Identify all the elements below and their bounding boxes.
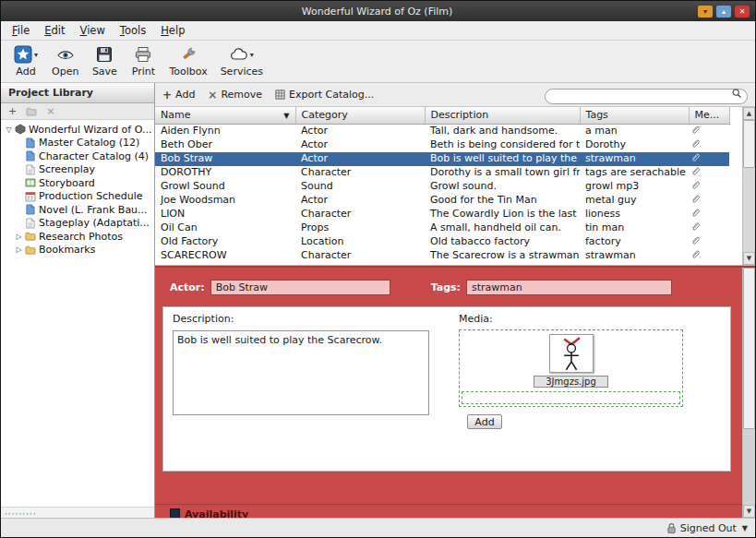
detail-scroll-thumb[interactable] — [743, 268, 755, 429]
toolbar-toolbox-button[interactable]: Toolbox — [166, 43, 210, 78]
dropdown-caret-icon[interactable]: ▾ — [34, 51, 38, 59]
column-header-tags[interactable]: Tags — [580, 107, 689, 124]
tree-item-research-photos[interactable]: ▷Research Photos — [1, 230, 154, 244]
description-cell: Beth is being considered for th... — [425, 138, 580, 152]
menu-help[interactable]: Help — [153, 22, 192, 39]
export-catalog-button[interactable]: Export Catalog... — [275, 89, 374, 101]
tree-item-novel-l-frank-bau[interactable]: Novel (L. Frank Bau... — [1, 203, 154, 217]
media-cell — [689, 194, 729, 208]
description-textarea[interactable]: Bob is well suited to play the Scarecrow… — [173, 330, 429, 415]
media-filename-chip[interactable]: 3Jmgzs.jpg — [534, 376, 608, 388]
table-row-aiden-flynn[interactable]: Aiden FlynnActorTall, dark and handsome.… — [155, 124, 729, 138]
tree-add-button[interactable]: + — [8, 104, 17, 119]
tree-item-screenplay[interactable]: Screenplay — [1, 163, 154, 177]
add-star-icon — [14, 45, 32, 64]
tree-folder-button[interactable] — [26, 107, 37, 116]
dropdown-caret-icon[interactable]: ▾ — [250, 51, 254, 59]
catalog-remove-button[interactable]: × Remove — [208, 89, 262, 102]
search-icon[interactable] — [731, 88, 742, 99]
toolbar-save-button[interactable]: Save — [89, 43, 120, 78]
signin-status-button[interactable]: Signed Out ▼ — [666, 522, 748, 534]
column-header-me[interactable]: Me... — [689, 107, 729, 124]
media-dropzone[interactable]: 3Jmgzs.jpg — [459, 329, 683, 407]
menu-file[interactable]: File — [5, 22, 37, 39]
catalog-add-button[interactable]: + Add — [162, 89, 195, 102]
menu-tools[interactable]: Tools — [113, 22, 153, 39]
column-header-category[interactable]: Category — [295, 107, 425, 124]
category-cell: Props — [295, 221, 425, 235]
tree-item-character-catalog-4[interactable]: Character Catalog (4) — [1, 149, 154, 163]
media-dropzone-empty[interactable] — [462, 391, 680, 404]
table-row-joe-woodsman[interactable]: Joe WoodsmanActorGood for the Tin Manmet… — [155, 194, 729, 208]
tree-item-storyboard[interactable]: Storyboard — [1, 176, 154, 190]
name-cell: Bob Straw — [155, 152, 295, 166]
name-cell: Joe Woodsman — [155, 194, 295, 208]
project-icon — [14, 124, 26, 135]
table-row-oil-can[interactable]: Oil CanPropsA small, handheld oil can.ti… — [155, 221, 729, 235]
close-button[interactable]: ✕ — [735, 6, 750, 18]
table-row-beth-ober[interactable]: Beth OberActorBeth is being considered f… — [155, 138, 729, 152]
table-row-growl-sound[interactable]: Growl SoundSoundGrowl sound.growl mp3 — [155, 180, 729, 194]
table-row-dorothy[interactable]: DOROTHYCharacterDorothy is a small town … — [155, 166, 729, 180]
tree-expander-icon[interactable]: ▷ — [14, 245, 24, 254]
tree-item-label: Master Catalog (12) — [39, 137, 139, 149]
table-row-scene-1-details[interactable]: Scene 1 detailsScene DetailsDorothy, Sca… — [155, 263, 729, 266]
catalog-icon — [24, 150, 36, 161]
remove-x-icon: × — [208, 89, 217, 102]
toolbar-add-icon-row: ▾ — [14, 44, 38, 65]
table-row-scarecrow[interactable]: SCARECROWCharacterThe Scarecrow is a str… — [155, 249, 729, 263]
column-header-description[interactable]: Description — [425, 107, 580, 124]
media-thumbnail[interactable] — [549, 334, 594, 373]
toolbox-wrench-icon — [179, 45, 198, 64]
search-input[interactable] — [545, 89, 748, 104]
toolbar-services-label: Services — [221, 66, 263, 78]
scroll-down-arrow[interactable]: ▼ — [743, 252, 755, 265]
table-row-lion[interactable]: LIONCharacterThe Cowardly Lion is the la… — [155, 208, 729, 221]
toolbar-print-label: Print — [132, 66, 155, 78]
category-cell: Character — [295, 166, 425, 180]
tags-field[interactable] — [466, 280, 672, 295]
tags-cell: metal guy — [580, 194, 689, 208]
tags-field-label: Tags: — [431, 281, 461, 293]
paperclip-icon — [690, 125, 701, 135]
toolbar-print-button[interactable]: Print — [127, 43, 159, 78]
table-row-bob-straw[interactable]: Bob StrawActorBob is well suited to play… — [155, 152, 729, 166]
detail-scrollbar[interactable]: ▼ — [742, 268, 755, 518]
tree-item-production-schedule[interactable]: Production Schedule — [1, 190, 154, 204]
maximize-button[interactable]: ▴ — [716, 6, 731, 18]
tree-item-stageplay-adaptati[interactable]: Stageplay (Adaptati... — [1, 217, 154, 231]
availability-checkbox[interactable] — [170, 508, 180, 518]
main-body: Project Library + × ▽Wonderful Wizard of… — [1, 83, 755, 518]
minimize-button[interactable]: ▾ — [698, 6, 713, 18]
tree-expander-icon[interactable]: ▷ — [14, 233, 24, 241]
detail-panel: Actor: Tags: Description: Bob is well su… — [155, 266, 755, 518]
column-header-name[interactable]: Name▼ — [155, 107, 295, 124]
media-cell — [689, 263, 729, 266]
tree-expander-icon[interactable]: ▽ — [4, 126, 14, 134]
toolbar-services-button[interactable]: ▾Services — [218, 43, 266, 78]
media-cell — [689, 221, 729, 235]
menu-edit[interactable]: Edit — [37, 22, 72, 39]
scroll-track[interactable] — [743, 120, 755, 252]
scroll-thumb[interactable] — [743, 120, 755, 168]
detail-scroll-down-arrow[interactable]: ▼ — [743, 505, 755, 518]
tree-item-master-catalog-12[interactable]: Master Catalog (12) — [1, 137, 154, 150]
toolbar-open-button[interactable]: Open — [49, 43, 81, 78]
sidebar-resize-grip[interactable]: ,,,,,,,,, — [1, 507, 154, 518]
table-row-old-factory[interactable]: Old FactoryLocationOld tabacco factoryfa… — [155, 235, 729, 249]
tree-item-wonderful-wizard-of-o[interactable]: ▽Wonderful Wizard of O... — [1, 123, 154, 137]
tree-item-bookmarks[interactable]: ▷Bookmarks — [1, 244, 154, 257]
table-scrollbar[interactable]: ▲ ▼ — [742, 107, 755, 265]
toolbar-add-button[interactable]: ▾Add — [10, 43, 42, 78]
toolbar-services-icon-row: ▾ — [230, 44, 254, 65]
tree-remove-button[interactable]: × — [46, 104, 54, 119]
window-title: Wonderful Wizard of Oz (Film) — [56, 6, 698, 18]
scroll-up-arrow[interactable]: ▲ — [743, 107, 755, 120]
media-add-button[interactable]: Add — [467, 414, 502, 429]
menu-view[interactable]: View — [73, 22, 113, 39]
actor-field[interactable] — [210, 280, 390, 295]
titlebar[interactable]: Wonderful Wizard of Oz (Film) ▾ ▴ ✕ — [1, 1, 755, 21]
description-label: Description: — [173, 313, 450, 325]
category-cell: Scene Details — [295, 263, 425, 266]
detail-scroll-track[interactable] — [743, 268, 755, 505]
